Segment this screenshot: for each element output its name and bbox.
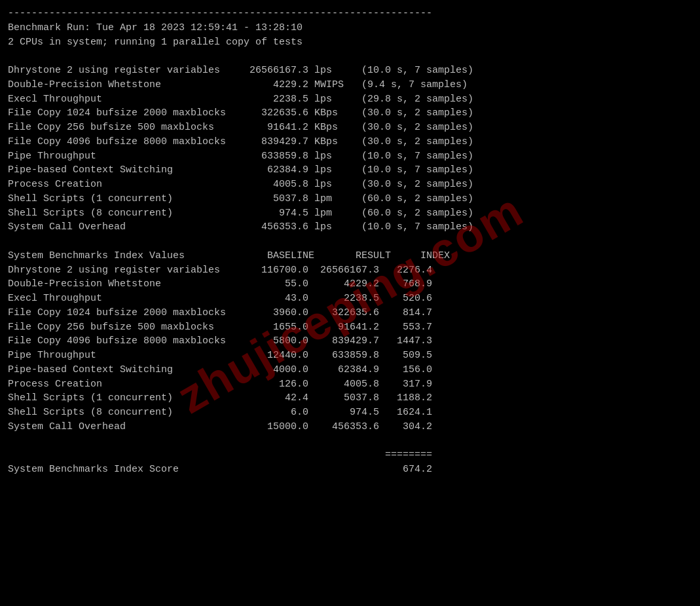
benchmark-run-line: Benchmark Run: Tue Apr 18 2023 12:59:41 … [8,21,692,35]
benchmark-row: Process Creation 4005.8 lps (30.0 s, 2 s… [8,178,692,192]
index-row: Execl Throughput 43.0 2238.5 520.6 [8,292,692,306]
index-section: System Benchmarks Index Values BASELINE … [8,249,692,434]
benchmark-row: Double-Precision Whetstone 4229.2 MWIPS … [8,78,692,92]
index-row: Dhrystone 2 using register variables 116… [8,263,692,278]
equals-line: ======== [8,448,692,463]
index-row: Double-Precision Whetstone 55.0 4229.2 7… [8,277,692,292]
benchmark-row: Shell Scripts (1 concurrent) 5037.8 lpm … [8,192,692,206]
index-header-row: System Benchmarks Index Values BASELINE … [8,249,692,263]
benchmark-row: System Call Overhead 456353.6 lps (10.0 … [8,220,692,235]
terminal-content: ----------------------------------------… [8,7,692,477]
benchmark-row: Pipe Throughput 633859.8 lps (10.0 s, 7 … [8,149,692,164]
index-row: System Call Overhead 15000.0 456353.6 30… [8,420,692,434]
index-row: File Copy 4096 bufsize 8000 maxblocks 58… [8,334,692,349]
footer-section: ========System Benchmarks Index Score 67… [8,448,692,477]
benchmarks-section: Dhrystone 2 using register variables 265… [8,64,692,235]
benchmark-row: Dhrystone 2 using register variables 265… [8,64,692,78]
index-row: Pipe Throughput 12440.0 633859.8 509.5 [8,349,692,363]
index-row: Pipe-based Context Switching 4000.0 6238… [8,363,692,377]
score-row: System Benchmarks Index Score 674.2 [8,463,692,477]
index-row: File Copy 1024 bufsize 2000 maxblocks 39… [8,306,692,320]
index-row: Process Creation 126.0 4005.8 317.9 [8,377,692,392]
benchmark-row: Execl Throughput 2238.5 lps (29.8 s, 2 s… [8,92,692,107]
benchmark-row: File Copy 1024 bufsize 2000 maxblocks 32… [8,106,692,121]
index-row: File Copy 256 bufsize 500 maxblocks 1655… [8,320,692,335]
benchmark-row: File Copy 4096 bufsize 8000 maxblocks 83… [8,135,692,149]
benchmark-row: Shell Scripts (8 concurrent) 974.5 lpm (… [8,206,692,221]
index-row: Shell Scripts (1 concurrent) 42.4 5037.8… [8,391,692,406]
cpu-info-line: 2 CPUs in system; running 1 parallel cop… [8,35,692,50]
benchmark-row: Pipe-based Context Switching 62384.9 lps… [8,163,692,178]
separator-line: ----------------------------------------… [8,7,692,21]
benchmark-row: File Copy 256 bufsize 500 maxblocks 9164… [8,121,692,135]
index-row: Shell Scripts (8 concurrent) 6.0 974.5 1… [8,406,692,420]
